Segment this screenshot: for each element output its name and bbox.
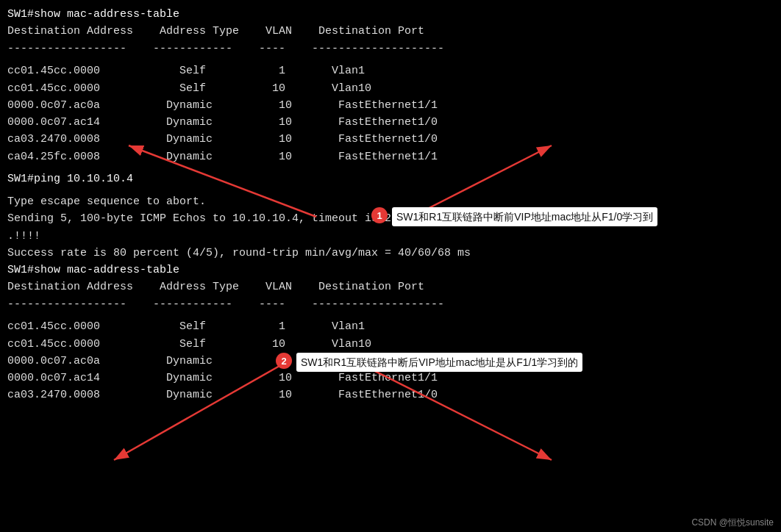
terminal-line-l6: cc01.45cc.0000 Self 10 Vlan10: [7, 80, 774, 97]
terminal-line-l5: cc01.45cc.0000 Self 1 Vlan1: [7, 62, 774, 79]
annotation-text-2: SW1和R1互联链路中断后VIP地址mac地址是从F1/1学习到的: [296, 353, 582, 372]
empty-line: [7, 188, 774, 194]
terminal-line-l2: Destination Address Address Type VLAN De…: [7, 23, 774, 40]
terminal-line-l18: SW1#show mac-address-table: [7, 262, 774, 278]
terminal-line-l23: cc01.45cc.0000 Self 10 Vlan10: [7, 336, 774, 353]
annotation-text-1: SW1和R1互联链路中断前VIP地址mac地址从F1/0学习到: [392, 207, 657, 226]
terminal-line-l20: ------------------ ------------ ---- ---…: [7, 296, 774, 313]
terminal-line-l1: SW1#show mac-address-table: [7, 6, 774, 23]
annotation-1: 1 SW1和R1互联链路中断前VIP地址mac地址从F1/0学习到: [371, 207, 657, 226]
watermark: CSDN @恒悦sunsite: [691, 517, 774, 529]
terminal-line-l10: ca04.25fc.0008 Dynamic 10 FastEthernet1/…: [7, 148, 774, 165]
annotation-2: 2 SW1和R1互联链路中断后VIP地址mac地址是从F1/1学习到的: [276, 353, 582, 372]
annotation-circle-2: 2: [276, 353, 292, 369]
terminal-line-l17: Success rate is 80 percent (4/5), round-…: [7, 245, 774, 262]
terminal-output: SW1#show mac-address-tableDestination Ad…: [0, 0, 781, 410]
terminal-line-l19: Destination Address Address Type VLAN De…: [7, 278, 774, 295]
empty-line: [7, 313, 774, 319]
empty-line: [7, 165, 774, 171]
empty-line: [7, 57, 774, 63]
terminal-line-l9: ca03.2470.0008 Dynamic 10 FastEthernet1/…: [7, 131, 774, 148]
terminal-line-l25: 0000.0c07.ac14 Dynamic 10 FastEthernet1/…: [7, 370, 774, 387]
terminal-line-l16: .!!!!: [7, 228, 774, 245]
annotation-circle-1: 1: [371, 207, 388, 223]
terminal-line-l7: 0000.0c07.ac0a Dynamic 10 FastEthernet1/…: [7, 97, 774, 114]
terminal-line-l12: SW1#ping 10.10.10.4: [7, 170, 774, 187]
terminal-line-l22: cc01.45cc.0000 Self 1 Vlan1: [7, 318, 774, 335]
terminal-line-l26: ca03.2470.0008 Dynamic 10 FastEthernet1/…: [7, 387, 774, 403]
terminal-line-l8: 0000.0c07.ac14 Dynamic 10 FastEthernet1/…: [7, 114, 774, 131]
terminal-line-l3: ------------------ ------------ ---- ---…: [7, 40, 774, 57]
